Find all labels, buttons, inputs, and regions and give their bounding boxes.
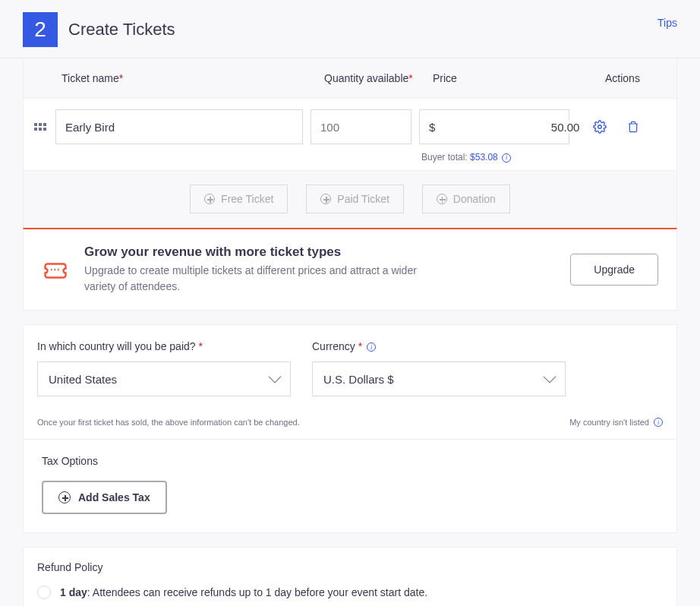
add-ticket-bar: Free Ticket Paid Ticket Donation	[23, 171, 677, 228]
step-number-badge: 2	[23, 12, 58, 47]
currency-symbol: $	[429, 121, 435, 134]
add-free-ticket-button[interactable]: Free Ticket	[190, 185, 288, 213]
buyer-total-label: Buyer total: $53.08 i	[34, 152, 666, 163]
refund-policy-panel: Refund Policy 1 day: Attendees can recei…	[23, 547, 677, 606]
column-header-name: Ticket name*	[61, 72, 324, 84]
country-select[interactable]: United States	[37, 361, 291, 396]
step-title: Create Tickets	[68, 20, 175, 39]
currency-label: Currency * i	[312, 340, 566, 352]
upsell-title: Grow your revenue with more ticket types	[84, 245, 555, 260]
plus-icon	[204, 194, 215, 204]
ticket-table-header: Ticket name* Quantity available* Price A…	[23, 58, 677, 99]
upsell-subtitle: Upgrade to create multiple tickets at di…	[84, 263, 441, 295]
tips-link[interactable]: Tips	[657, 17, 677, 29]
add-paid-ticket-button[interactable]: Paid Ticket	[306, 185, 403, 213]
trash-icon	[627, 120, 639, 134]
drag-handle-icon[interactable]	[34, 123, 48, 131]
country-label: In which country will you be paid? *	[37, 340, 291, 352]
tax-options-title: Tax Options	[42, 455, 658, 467]
ticket-row: $ Buyer total: $53.08 i	[23, 99, 677, 171]
add-sales-tax-button[interactable]: Add Sales Tax	[42, 481, 167, 514]
upsell-banner: Grow your revenue with more ticket types…	[23, 228, 677, 311]
currency-select[interactable]: U.S. Dollars $	[312, 361, 566, 396]
svg-point-0	[598, 125, 602, 129]
ticket-delete-button[interactable]	[626, 119, 641, 134]
refund-option-1day[interactable]: 1 day: Attendees can receive refunds up …	[37, 585, 663, 599]
upgrade-button[interactable]: Upgrade	[570, 254, 658, 286]
ticket-price-input-wrap[interactable]: $	[419, 109, 569, 144]
column-header-quantity: Quantity available*	[324, 72, 433, 84]
chevron-down-icon	[544, 371, 557, 383]
ticket-icon	[42, 256, 69, 283]
plus-icon	[58, 491, 71, 503]
country-not-listed-link[interactable]: My country isn't listed i	[569, 418, 663, 427]
plus-icon	[437, 194, 447, 204]
ticket-settings-button[interactable]	[592, 119, 607, 134]
column-header-price: Price	[433, 72, 590, 84]
ticket-name-input[interactable]	[55, 109, 303, 144]
ticket-price-input[interactable]	[435, 121, 579, 134]
plus-icon	[320, 194, 331, 204]
refund-policy-title: Refund Policy	[37, 561, 663, 573]
buyer-total-amount: $53.08	[470, 152, 498, 163]
info-icon: i	[654, 418, 663, 427]
chevron-down-icon	[269, 371, 282, 383]
payment-lock-note: Once your first ticket has sold, the abo…	[37, 418, 300, 427]
step-header: 2 Create Tickets Tips	[0, 0, 700, 58]
add-donation-button[interactable]: Donation	[422, 185, 510, 213]
radio-icon	[37, 585, 51, 599]
ticket-quantity-input[interactable]	[311, 109, 411, 144]
info-icon[interactable]: i	[367, 342, 376, 352]
gear-icon	[593, 120, 607, 134]
info-icon[interactable]: i	[502, 153, 511, 163]
column-header-actions: Actions	[590, 72, 661, 84]
payment-settings-panel: In which country will you be paid? * Uni…	[23, 324, 677, 533]
